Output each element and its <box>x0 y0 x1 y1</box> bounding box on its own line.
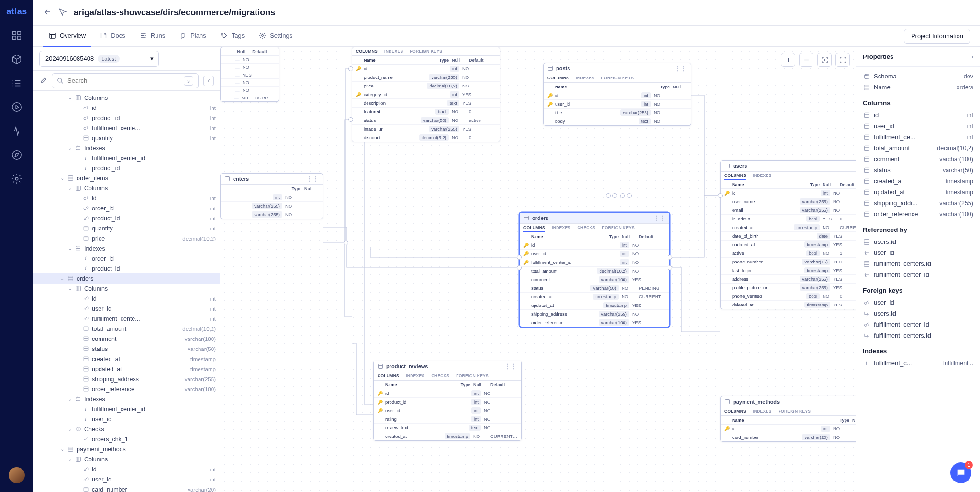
zoom-in-button[interactable] <box>781 53 795 67</box>
back-button[interactable] <box>43 8 52 18</box>
fit-view-button[interactable] <box>817 53 832 67</box>
tree-node[interactable]: quantityint <box>33 223 220 233</box>
tree-node[interactable]: ⌄order_items <box>33 173 220 183</box>
search-input[interactable]: s <box>52 73 199 88</box>
tree-node[interactable]: ⌄Checks <box>33 424 220 434</box>
tree-node[interactable]: ⌄orders <box>33 273 220 284</box>
prop-column[interactable]: statusvarchar(50) <box>856 164 980 175</box>
tree-node[interactable]: ⌄Indexes <box>33 143 220 153</box>
prop-column[interactable]: order_referencevarchar(100) <box>856 208 980 219</box>
tab-overview[interactable]: Overview <box>43 26 91 47</box>
erd-table-users[interactable]: users⋮⋮COLUMNSINDEXESNameTypeNullDefault… <box>720 160 856 309</box>
tree-node[interactable]: shipping_addressvarchar(255) <box>33 374 220 384</box>
erd-table-posts[interactable]: posts⋮⋮COLUMNSINDEXESFOREIGN KEYSNameTyp… <box>543 63 691 126</box>
breadcrumb[interactable]: ariga/atlas-showcase/dirs/ecommerce/migr… <box>74 8 275 18</box>
tree-node[interactable]: card_numbervarchar(20) <box>33 484 220 492</box>
activity-icon[interactable] <box>11 126 22 136</box>
prop-idx[interactable]: ifulfillment_c...fulfillment... <box>856 358 980 369</box>
collapse-panel-button[interactable] <box>203 76 214 86</box>
zoom-out-button[interactable] <box>799 53 813 67</box>
prop-ref[interactable]: fulfillment_center_id <box>856 269 980 280</box>
tree-node[interactable]: ifulfillment_center_id <box>33 153 220 163</box>
project-info-button[interactable]: Project Information <box>904 29 970 44</box>
tree-node[interactable]: ⌄Columns <box>33 454 220 464</box>
chevron-right-icon[interactable]: › <box>971 53 973 60</box>
erd-table-product_reviews[interactable]: product_reviews⋮⋮COLUMNSINDEXESCHECKSFOR… <box>373 361 522 441</box>
version-dropdown[interactable]: 20240916085408 Latest ▾ <box>39 51 159 67</box>
prop-column[interactable]: idint <box>856 109 980 120</box>
tree-node[interactable]: user_idint <box>33 474 220 484</box>
erd-table-orders[interactable]: orders⋮⋮COLUMNSINDEXESCHECKSFOREIGN KEYS… <box>519 212 670 327</box>
tab-runs[interactable]: Runs <box>134 26 171 47</box>
chat-fab[interactable]: 1 <box>950 462 971 483</box>
prop-ref[interactable]: user_id <box>856 247 980 258</box>
tree-node[interactable]: orders_chk_1 <box>33 434 220 444</box>
tree-node[interactable]: fulfillment_cente...int <box>33 314 220 324</box>
tree-node[interactable]: fulfillment_cente...int <box>33 123 220 133</box>
prop-ref[interactable]: fulfillment_centers.id <box>856 258 980 269</box>
tree-node[interactable]: ifulfillment_center_id <box>33 404 220 414</box>
erd-table-fulfillment_centers[interactable]: enters⋮⋮TypeNullintNOvarchar(255)NOvarch… <box>220 173 323 219</box>
tree-node[interactable]: idint <box>33 464 220 474</box>
tree-node[interactable]: idint <box>33 193 220 203</box>
tree-node[interactable]: ⌄Indexes <box>33 243 220 253</box>
tree-node[interactable]: order_idint <box>33 203 220 213</box>
compass-icon[interactable] <box>11 150 22 160</box>
tree-node[interactable]: updated_attimestamp <box>33 364 220 374</box>
tree-node[interactable]: created_attimestamp <box>33 354 220 364</box>
prop-column[interactable]: commentvarchar(100) <box>856 153 980 164</box>
dashboard-icon[interactable] <box>11 30 22 41</box>
tree-node[interactable]: iproduct_id <box>33 163 220 173</box>
tree-node[interactable]: total_amountdecimal(10,2) <box>33 324 220 334</box>
play-icon[interactable] <box>11 102 22 112</box>
prop-column[interactable]: total_amountdecimal(10,2) <box>856 142 980 153</box>
search-kbd: s <box>184 76 193 86</box>
tab-docs[interactable]: Docs <box>94 26 131 47</box>
logo[interactable]: atlas <box>6 7 27 17</box>
tree-node[interactable]: ⌄Columns <box>33 284 220 294</box>
svg-rect-57 <box>864 179 869 183</box>
tree-node[interactable]: commentvarchar(100) <box>33 334 220 344</box>
svg-point-4 <box>12 103 21 111</box>
svg-point-63 <box>864 302 867 304</box>
tree-node[interactable]: ⌄payment_methods <box>33 444 220 454</box>
tab-settings[interactable]: Settings <box>253 26 298 47</box>
prop-column[interactable]: updated_attimestamp <box>856 186 980 197</box>
tab-plans[interactable]: Plans <box>174 26 212 47</box>
tree-node[interactable]: idint <box>33 294 220 304</box>
tree-node[interactable]: iproduct_id <box>33 263 220 273</box>
tree-node[interactable]: user_idint <box>33 304 220 314</box>
list-icon[interactable] <box>11 78 22 88</box>
erd-table-products[interactable]: COLUMNSINDEXESFOREIGN KEYSNameTypeNullDe… <box>352 47 500 142</box>
tree-node[interactable]: iuser_id <box>33 414 220 424</box>
tree-node[interactable]: ⌄Columns <box>33 93 220 103</box>
tab-tags[interactable]: Tags <box>215 26 250 47</box>
cube-icon[interactable] <box>11 54 22 65</box>
prop-fk[interactable]: fulfillment_center_id <box>856 319 980 330</box>
tree-node[interactable]: pricedecimal(10,2) <box>33 233 220 243</box>
erd-table-payment_methods[interactable]: payment_methods⋮⋮COLUMNSINDEXESFOREIGN K… <box>720 396 856 442</box>
prop-column[interactable]: fulfillment_ce...int <box>856 131 980 142</box>
tree-node[interactable]: product_idint <box>33 213 220 223</box>
prop-ref[interactable]: users.id <box>856 236 980 247</box>
erd-canvas[interactable]: NullDefaultNONOYESNONONOCURRENT_T...ente… <box>220 47 856 492</box>
tree-node[interactable]: idint <box>33 103 220 113</box>
fullscreen-button[interactable] <box>835 53 850 67</box>
gear-icon[interactable] <box>11 174 22 184</box>
prop-fk[interactable]: fulfillment_centers.id <box>856 330 980 341</box>
prop-column[interactable]: user_idint <box>856 120 980 131</box>
prop-column[interactable]: created_attimestamp <box>856 175 980 186</box>
avatar[interactable] <box>9 467 25 483</box>
tree-node[interactable]: quantityint <box>33 133 220 143</box>
tree-node[interactable]: statusvarchar(50) <box>33 344 220 354</box>
prop-column[interactable]: shipping_addr...varchar(255) <box>856 197 980 208</box>
tree-node[interactable]: ⌄Indexes <box>33 394 220 404</box>
tree-node[interactable]: product_idint <box>33 113 220 123</box>
erd-table-fragment_a[interactable]: NullDefaultNONOYESNONONOCURRENT_T... <box>220 47 279 102</box>
tree-node[interactable]: ⌄Columns <box>33 183 220 193</box>
prop-fk[interactable]: user_id <box>856 297 980 308</box>
tree-node[interactable]: order_referencevarchar(100) <box>33 384 220 394</box>
prop-fk[interactable]: users.id <box>856 308 980 319</box>
tree-node[interactable]: iorder_id <box>33 253 220 263</box>
edit-icon[interactable] <box>39 77 47 85</box>
